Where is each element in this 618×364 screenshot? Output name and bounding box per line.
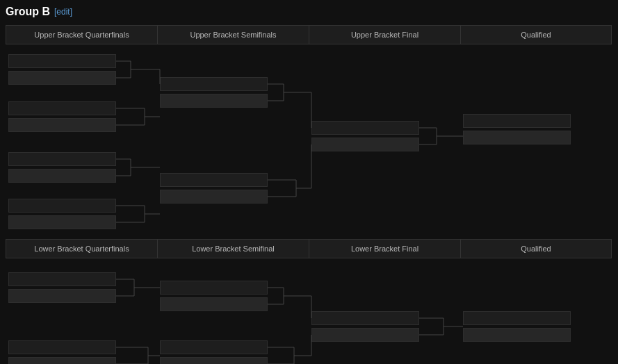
lbf-team-2 [311, 328, 419, 342]
lower-qual-header: Qualified [460, 239, 612, 258]
ubf-team-1 [311, 121, 419, 135]
lbf-team-1 [311, 311, 419, 325]
upper-qual-team-2 [463, 131, 571, 144]
ubsf-team-2 [160, 94, 268, 108]
group-title: Group B [edit] [6, 6, 612, 18]
upper-qf-header: Upper Bracket Quarterfinals [6, 25, 157, 44]
ubqf-team-7 [8, 199, 116, 213]
upper-qual-header: Qualified [460, 25, 612, 44]
lbsf-team-1 [160, 281, 268, 295]
group-name: Group B [6, 6, 50, 18]
ubqf-team-1 [8, 54, 116, 68]
lower-qual-team-2 [463, 328, 571, 342]
ubsf-team-4 [160, 190, 268, 204]
upper-qual-team-1 [463, 114, 571, 128]
lbqf-team-3 [8, 340, 116, 354]
lower-f-header: Lower Bracket Final [309, 239, 460, 258]
upper-bracket-section: Upper Bracket Quarterfinals Upper Bracke… [6, 25, 612, 232]
ubqf-team-6 [8, 169, 116, 183]
lbqf-team-4 [8, 357, 116, 364]
ubqf-team-5 [8, 152, 116, 166]
ubqf-team-3 [8, 101, 116, 115]
bracket-divider [6, 232, 612, 239]
ubqf-team-2 [8, 71, 116, 85]
ubqf-team-8 [8, 215, 116, 229]
ubf-team-2 [311, 138, 419, 151]
lbsf-team-2 [160, 297, 268, 311]
lower-qual-team-1 [463, 311, 571, 325]
ubsf-team-3 [160, 173, 268, 187]
upper-sf-header: Upper Bracket Semifinals [157, 25, 309, 44]
ubqf-team-4 [8, 118, 116, 132]
lower-qf-header: Lower Bracket Quarterfinals [6, 239, 157, 258]
lbqf-team-2 [8, 289, 116, 303]
edit-link[interactable]: [edit] [54, 7, 72, 17]
lbsf-team-4 [160, 357, 268, 364]
lower-sf-header: Lower Bracket Semifinal [157, 239, 309, 258]
ubsf-team-1 [160, 77, 268, 91]
lbqf-team-1 [8, 272, 116, 286]
lower-bracket-section: Lower Bracket Quarterfinals Lower Bracke… [6, 239, 612, 364]
upper-f-header: Upper Bracket Final [309, 25, 460, 44]
lbsf-team-3 [160, 340, 268, 354]
